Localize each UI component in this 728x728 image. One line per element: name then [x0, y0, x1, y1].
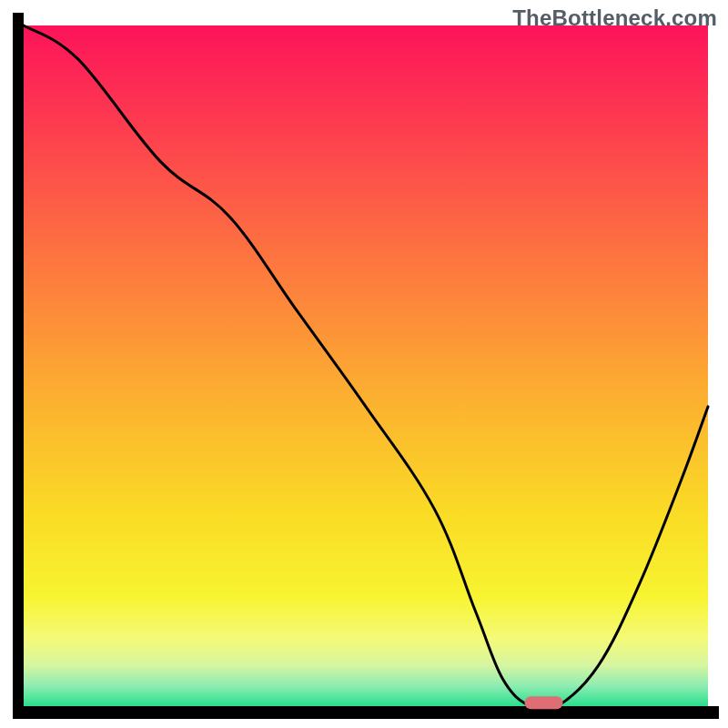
- y-axis: [13, 13, 24, 719]
- chart-container: TheBottleneck.com: [0, 0, 728, 728]
- x-axis: [13, 706, 719, 719]
- plot-background: [24, 25, 708, 706]
- chart-svg: [0, 0, 728, 728]
- plot-area: [13, 13, 719, 719]
- optimal-marker: [525, 696, 563, 709]
